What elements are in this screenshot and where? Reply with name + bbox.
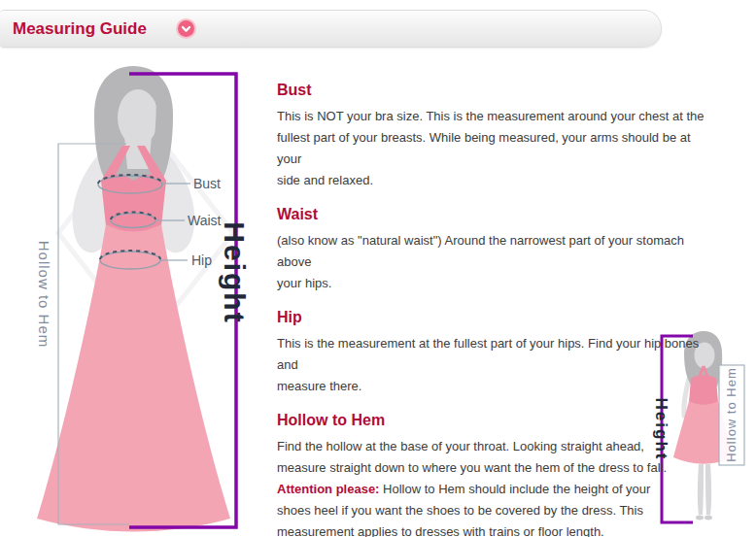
waist-heading: Waist (277, 206, 706, 222)
main-figure: Bust Waist Hip Hollow to Hem Height (36, 66, 251, 532)
section-hollow-to-hem: Hollow to Hem Find the hollow at the bas… (277, 412, 706, 537)
dress-bodice (101, 175, 166, 232)
hollow-description: Find the hollow at the base of your thro… (277, 436, 706, 537)
bust-heading: Bust (277, 82, 706, 98)
height-label: Height (219, 221, 251, 323)
hip-heading: Hip (277, 309, 706, 325)
waist-label: Waist (188, 213, 222, 228)
hip-label: Hip (191, 252, 212, 268)
waist-description: (also know as "natural waist") Around th… (277, 230, 706, 294)
hip-description: This is the measurement at the fullest p… (277, 333, 706, 397)
small-hollow-label: Hollow to Hem (724, 367, 739, 462)
section-waist: Waist (also know as "natural waist") Aro… (277, 206, 706, 294)
measuring-instructions: Bust This is NOT your bra size. This is … (277, 82, 706, 537)
section-hip: Hip This is the measurement at the fulle… (277, 309, 706, 397)
hollow-heading: Hollow to Hem (277, 412, 706, 428)
attention-label: Attention please: (277, 482, 379, 496)
section-bust: Bust This is NOT your bra size. This is … (277, 82, 706, 191)
measuring-guide-page: Measuring Guide (0, 0, 756, 537)
bust-description: This is NOT your bra size. This is the m… (277, 106, 706, 191)
bust-label: Bust (193, 176, 221, 191)
hollow-to-hem-label: Hollow to Hem (36, 241, 52, 349)
